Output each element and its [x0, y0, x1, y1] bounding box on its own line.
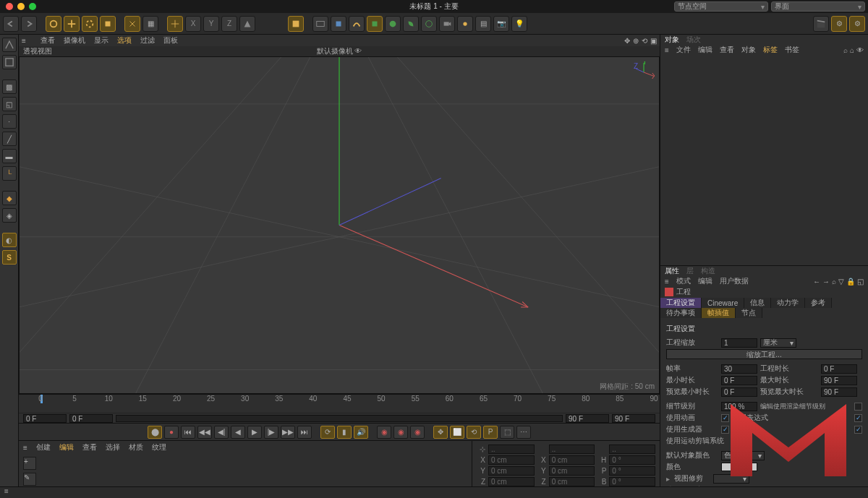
- picture-viewer-button[interactable]: ⚙: [849, 16, 865, 32]
- next-frame-button[interactable]: |▶: [264, 426, 278, 439]
- lod-input[interactable]: 100 %: [721, 402, 757, 411]
- viewport[interactable]: Y X Z 网格间距 : 50 cm: [19, 56, 660, 394]
- new-material-button[interactable]: +: [23, 457, 36, 470]
- clip-select[interactable]: ▾: [713, 474, 749, 484]
- timeline-end[interactable]: 90 F: [612, 414, 655, 423]
- render-view-button[interactable]: [288, 16, 304, 32]
- tab-layers[interactable]: 层: [686, 266, 694, 276]
- timeline-out[interactable]: 90 F: [566, 414, 609, 423]
- om-menu-file[interactable]: 文件: [676, 45, 691, 55]
- rot-p-input[interactable]: 0 °: [609, 466, 655, 476]
- generator-menu[interactable]: [367, 16, 383, 32]
- pmin-input[interactable]: 0 F: [721, 387, 757, 397]
- new-window-icon[interactable]: ◱: [857, 278, 864, 286]
- edit-material-button[interactable]: ✎: [23, 473, 36, 486]
- project-unit-select[interactable]: 厘米▾: [760, 338, 796, 348]
- key-param[interactable]: P: [483, 426, 498, 439]
- scale-tool[interactable]: [100, 16, 116, 32]
- vp-menu-panel[interactable]: 面板: [163, 35, 178, 46]
- vp-zoom-icon[interactable]: ⊕: [633, 37, 639, 45]
- render-settings-button[interactable]: ⚙: [831, 16, 847, 32]
- axis-mode[interactable]: └: [2, 166, 17, 181]
- key-r[interactable]: ⟲: [467, 426, 481, 439]
- key-rot[interactable]: ◉: [410, 426, 425, 439]
- light-menu[interactable]: [457, 16, 473, 32]
- node-space-select[interactable]: 节点空间▾: [674, 1, 768, 12]
- autokey-button[interactable]: ⬤: [148, 426, 162, 439]
- use-anim-check[interactable]: [721, 414, 729, 422]
- back-icon[interactable]: ←: [813, 278, 820, 286]
- mat-menu-view[interactable]: 查看: [82, 442, 97, 452]
- rot-b-input[interactable]: 0 °: [609, 477, 655, 486]
- hamburger-icon[interactable]: ≡: [0, 487, 9, 495]
- viewport-solo[interactable]: ◐: [2, 233, 17, 247]
- vp-menu-camera[interactable]: 摄像机: [64, 35, 85, 46]
- play-button[interactable]: ▶: [247, 426, 262, 439]
- subtab-todo[interactable]: 待办事项: [660, 308, 702, 318]
- mat-menu-select[interactable]: 选择: [106, 442, 120, 452]
- loop-button[interactable]: ⟳: [320, 426, 335, 439]
- mat-menu-material[interactable]: 材质: [129, 442, 143, 452]
- subtab-refs[interactable]: 参考: [805, 298, 832, 308]
- close-window-icon[interactable]: [6, 3, 13, 10]
- am-menu-edit[interactable]: 编辑: [698, 276, 712, 286]
- key-pla[interactable]: ⬚: [500, 426, 514, 439]
- subtab-project[interactable]: 工程设置: [660, 298, 702, 308]
- goto-start-button[interactable]: ⏮: [181, 426, 195, 439]
- camera-menu[interactable]: [439, 16, 455, 32]
- x-axis-lock[interactable]: X: [185, 16, 201, 32]
- model-mode[interactable]: [2, 38, 17, 52]
- deformer-menu[interactable]: [403, 16, 419, 32]
- enable-snap[interactable]: ◈: [2, 208, 17, 223]
- polygon-mode[interactable]: ▬: [2, 149, 17, 163]
- om-menu-edit[interactable]: 编辑: [698, 45, 712, 55]
- undo-button[interactable]: [3, 16, 19, 32]
- key-p[interactable]: ✥: [433, 426, 448, 439]
- use-motion-check[interactable]: [734, 437, 742, 445]
- mat-menu-edit[interactable]: 编辑: [59, 442, 74, 452]
- om-menu-tags[interactable]: 标签: [763, 45, 778, 55]
- fps-input[interactable]: 30: [721, 364, 757, 374]
- min-input[interactable]: 0 F: [721, 376, 757, 385]
- size-z-input[interactable]: 0 cm: [549, 477, 595, 486]
- timeline-in[interactable]: 0 F: [69, 414, 113, 423]
- fwd-icon[interactable]: →: [822, 278, 830, 286]
- max-input[interactable]: 90 F: [821, 376, 857, 385]
- goto-end-button[interactable]: ⏭: [297, 426, 312, 439]
- vp-maximize-icon[interactable]: ▣: [650, 37, 657, 45]
- scale-project-button[interactable]: 缩放工程...: [666, 349, 862, 359]
- tab-takes[interactable]: 场次: [686, 35, 701, 45]
- nav-gizmo[interactable]: Y X Z: [633, 61, 655, 83]
- use-gen-check[interactable]: [721, 426, 729, 434]
- clapboard-icon[interactable]: [813, 16, 829, 32]
- key-more[interactable]: ⋯: [516, 426, 531, 439]
- enable-axis[interactable]: ◆: [2, 191, 17, 205]
- hamburger-icon[interactable]: ≡: [23, 444, 27, 452]
- vp-menu-display[interactable]: 显示: [94, 35, 109, 46]
- minimize-window-icon[interactable]: [17, 3, 25, 10]
- spline-tool[interactable]: [349, 16, 365, 32]
- size-y-input[interactable]: 0 cm: [549, 466, 595, 476]
- maximize-window-icon[interactable]: [29, 3, 36, 10]
- layout-select[interactable]: 界面▾: [771, 1, 865, 12]
- lock-icon[interactable]: 🔒: [846, 278, 855, 286]
- axis-lock-button[interactable]: [124, 16, 140, 32]
- lod-render-check[interactable]: [854, 403, 862, 411]
- mat-menu-texture[interactable]: 纹理: [152, 442, 166, 452]
- sds-toggle[interactable]: S: [2, 250, 17, 265]
- rotate-tool[interactable]: [82, 16, 98, 32]
- coord-system-button[interactable]: [167, 16, 183, 32]
- y-axis-lock[interactable]: Y: [203, 16, 219, 32]
- subtab-nodes[interactable]: 节点: [736, 308, 762, 318]
- step-back-button[interactable]: ◀◀: [197, 426, 212, 439]
- timeline-range-slider[interactable]: [116, 415, 563, 422]
- subtab-info[interactable]: 信息: [744, 298, 771, 308]
- point-mode[interactable]: ⋅: [2, 114, 17, 129]
- subtab-cineware[interactable]: Cineware: [702, 298, 744, 308]
- hamburger-icon[interactable]: ≡: [665, 46, 669, 54]
- environment-menu[interactable]: [421, 16, 437, 32]
- light-icon[interactable]: 💡: [511, 16, 527, 32]
- mat-menu-create[interactable]: 创建: [36, 442, 51, 452]
- keyframe-mode[interactable]: ▮: [337, 426, 352, 439]
- play-back-button[interactable]: ◀: [231, 426, 245, 439]
